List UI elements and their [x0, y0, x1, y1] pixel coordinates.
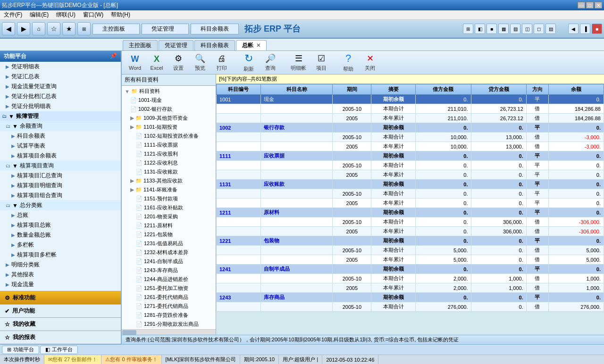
- home-btn[interactable]: ⌂: [32, 22, 45, 35]
- table-row[interactable]: 1221 包装物 期初余额 0. 0. 平 0.: [217, 236, 604, 246]
- table-row[interactable]: 2005-10 本期合计 211,010. 26,723.12 借 184,28…: [217, 104, 604, 114]
- table-row[interactable]: 2005-10 本期合计 0. 306,000. 借 -306,000.: [217, 217, 604, 227]
- tab-voucher-mgmt[interactable]: 凭证管理: [159, 40, 193, 50]
- back-btn[interactable]: ◀: [2, 22, 15, 35]
- table-row[interactable]: 2005-10 本期合计 0. 0. 平 0.: [217, 161, 604, 170]
- tab-close-icon[interactable]: ✕: [256, 42, 260, 49]
- minimize-btn[interactable]: —: [578, 2, 585, 8]
- tree-item-1251[interactable]: 📄 1251-委托加工物资: [123, 284, 215, 293]
- sidebar-item-project-ledger[interactable]: ▶核算项目总账: [0, 220, 121, 230]
- tb-btn11[interactable]: ■: [592, 24, 602, 34]
- menu-bind[interactable]: 绑联(U): [54, 11, 77, 19]
- table-row[interactable]: 2005-10 本期合计 2,000. 1,000. 借 1,000.: [217, 274, 604, 283]
- tree-item-1281[interactable]: 📄 1281-存货跌价准备: [123, 311, 215, 320]
- sidebar-item-voucher-detail[interactable]: ▶凭证明细表: [0, 62, 121, 72]
- tree-item-1101[interactable]: ▶ 📁 1101-短期投资: [123, 123, 215, 132]
- table-row[interactable]: 1002 银行存款 期初余额 0. 0. 平 0.: [217, 123, 604, 132]
- collapse-btn[interactable]: ▼: [8, 113, 14, 120]
- tree-item-1111[interactable]: 📄 1111-应收票据: [123, 141, 215, 149]
- tree-item-1001[interactable]: 📄 1001-现金: [123, 96, 215, 105]
- func-btn-standard[interactable]: ⚙ 标准功能: [0, 291, 121, 305]
- table-row[interactable]: 1211 原材料 期初余额 0. 0. 平 0.: [217, 208, 604, 217]
- tree-item-1141[interactable]: ▶ 📁 1141-坏账准备: [123, 185, 215, 194]
- sidebar-item-subject-balance[interactable]: ▶科目余额表: [0, 131, 121, 141]
- close-window-btn[interactable]: ✕: [595, 2, 602, 8]
- print-button[interactable]: 🖨 打印: [212, 52, 231, 73]
- tree-item-1244[interactable]: 📄 1244-商品进销差价: [123, 275, 215, 284]
- sidebar-item-voucher-summary[interactable]: ▶凭证汇总表: [0, 72, 121, 82]
- forward-btn[interactable]: ▶: [17, 22, 30, 35]
- excel-button[interactable]: X Excel: [147, 53, 166, 72]
- detail-ledger-button[interactable]: ☰ 明细帐: [288, 52, 309, 73]
- project-button[interactable]: ☑ 项目: [312, 52, 331, 73]
- grid-btn[interactable]: ⊞: [77, 22, 91, 35]
- tb-btn2[interactable]: ◧: [475, 24, 485, 34]
- tree-item-1133[interactable]: ▶ 📁 1133-其他应收款: [123, 176, 215, 185]
- sidebar-group-balance-query[interactable]: 🗂 ▼余额查询: [0, 121, 121, 131]
- menu-edit[interactable]: 编辑(E): [28, 11, 50, 19]
- bookmark2-btn[interactable]: ★: [62, 22, 76, 35]
- tree-item-1002[interactable]: 📄 1002-银行存款: [123, 105, 215, 114]
- tree-item-1231[interactable]: 📄 1231-低值易耗品: [123, 239, 215, 248]
- bookmark-btn[interactable]: ☆: [47, 22, 60, 35]
- word-button[interactable]: W Word: [126, 53, 144, 72]
- tb-btn6[interactable]: ◫: [522, 24, 532, 34]
- maximize-btn[interactable]: □: [586, 2, 594, 8]
- sidebar-item-project-total[interactable]: ▶核算项目汇总查询: [0, 171, 121, 181]
- tree-item-1122[interactable]: 📄 1122-应收利息: [123, 158, 215, 167]
- approval-item[interactable]: ⚠ 您有 0 件审核事务！: [101, 355, 161, 364]
- table-row[interactable]: 2005 本年累计 0. 0. 平 0.: [217, 170, 604, 180]
- menu-help[interactable]: 帮助(H): [109, 11, 132, 19]
- query-button[interactable]: 🔎 查询: [261, 52, 280, 73]
- sidebar-item-cashflow-query[interactable]: ▶现金流量凭证查询: [0, 82, 121, 91]
- table-row[interactable]: 2005 本年累计 0. 306,000. 借 -306,000.: [217, 227, 604, 236]
- table-row[interactable]: 2005 本年累计 10,000. 13,000. 借 -3,000.: [217, 142, 604, 151]
- tb-btn3[interactable]: ■: [487, 24, 497, 34]
- tb-btn1[interactable]: ⊞: [463, 24, 473, 34]
- tree-root[interactable]: ▼ 📁 科目资料: [123, 87, 215, 96]
- tree-item-1161[interactable]: 📄 1161-应收补贴款: [123, 203, 215, 212]
- tree-item-1211[interactable]: 📄 1211-原材料: [123, 221, 215, 230]
- menu-window[interactable]: 窗口(W): [81, 11, 105, 19]
- preview-button[interactable]: 🔍 预览: [191, 52, 210, 73]
- sidebar-item-qty-ledger[interactable]: ▶数量金额总账: [0, 230, 121, 240]
- sidebar-pin-btn[interactable]: 📌: [110, 52, 117, 59]
- table-row[interactable]: 1111 应收票据 期初余额 0. 0. 平 0.: [217, 151, 604, 161]
- tab-subject-balance[interactable]: 科目余额表: [194, 40, 235, 50]
- table-row[interactable]: 1243 库存商品 期初余额 0. 0. 平 0.: [217, 293, 604, 302]
- sidebar-item-project-multicolumn[interactable]: ▶核算项目多栏帐: [0, 250, 121, 260]
- mail-item[interactable]: ✉ 您有 27 份新邮件！: [44, 355, 101, 364]
- func-btn-reports[interactable]: ☆ 我的报表: [0, 331, 121, 344]
- sidebar-group-project-query[interactable]: 🗂 ▼核算项目查询: [0, 161, 121, 171]
- collapse-btn3[interactable]: ▼: [12, 163, 18, 169]
- tab-main-panel[interactable]: 主控面板: [123, 40, 158, 50]
- sidebar-item-other-reports[interactable]: ▶其他报表: [0, 270, 121, 280]
- data-table[interactable]: 科目编号 科目名称 期间 摘要 借方金额 贷方金额 方向 余额: [216, 84, 604, 335]
- table-row[interactable]: 1001 现金 期初余额 0. 0. 平 0.: [217, 95, 604, 104]
- tree-item-1243[interactable]: 📄 1243-库存商品: [123, 266, 215, 275]
- tree-item-1201[interactable]: 📄 1201-物资采购: [123, 212, 215, 221]
- table-row[interactable]: 2005-10 本期合计 0. 0. 平 0.: [217, 189, 604, 199]
- tab-ledger[interactable]: 总帐 ✕: [236, 40, 267, 50]
- table-row[interactable]: 2005 本年累计 0. 0. 平 0.: [217, 199, 604, 208]
- table-row[interactable]: 1241 自制半成品 期初余额 0. 0. 平 0.: [217, 265, 604, 274]
- table-row[interactable]: 2005-10 本期合计 276,000. 0. 借 276,000.: [217, 302, 604, 312]
- tree-item-1271[interactable]: 📄 1271-委托代销商品: [123, 302, 215, 311]
- table-row[interactable]: 2005-10 本期合计 10,000. 13,000. 借 -3,000.: [217, 132, 604, 142]
- collapse-btn4[interactable]: ▼: [12, 202, 18, 209]
- collapse-btn2[interactable]: ▼: [12, 123, 18, 130]
- tree-item-1221[interactable]: 📄 1221-包装物: [123, 230, 215, 239]
- tb-btn7[interactable]: ◻: [534, 24, 544, 34]
- sidebar-item-project-combo[interactable]: ▶核算项目组合查询: [0, 190, 121, 200]
- refresh-button[interactable]: ↻ 刷新: [239, 51, 258, 74]
- sidebar-item-batch-summary[interactable]: ▶凭证分批档汇总表: [0, 91, 121, 101]
- sidebar-group-ledger-mgmt[interactable]: 🗂 ▼账簿管理: [0, 111, 121, 121]
- sidebar-item-batch-detail[interactable]: ▶凭证分批明细表: [0, 101, 121, 111]
- menu-file[interactable]: 文件(F): [2, 11, 24, 19]
- tree-item-1131[interactable]: 📄 1131-应收账款: [123, 167, 215, 176]
- help-button[interactable]: ? 帮助: [339, 51, 358, 74]
- tree-item-1241[interactable]: 📄 1241-自制半成品: [123, 257, 215, 266]
- sidebar-item-trial-balance[interactable]: ▶试算平衡表: [0, 141, 121, 151]
- tb-btn4[interactable]: ▦: [498, 24, 509, 34]
- sidebar-item-project-detail[interactable]: ▶核算项目明细查询: [0, 181, 121, 190]
